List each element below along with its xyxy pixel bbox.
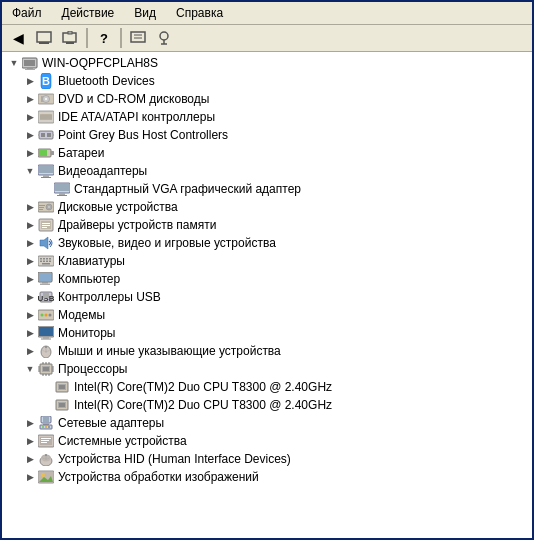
svg-point-107 <box>42 426 44 428</box>
monitor-label: Мониторы <box>56 326 115 340</box>
svg-point-119 <box>45 454 47 456</box>
pointgrey-item[interactable]: ▶ Point Grey Bus Host Controllers <box>2 126 532 144</box>
toolbar-btn4[interactable] <box>152 27 176 49</box>
svg-point-19 <box>45 98 47 100</box>
ide-icon <box>38 109 54 125</box>
dvd-label: DVD и CD-ROM дисководы <box>56 92 209 106</box>
battery-expander[interactable]: ▶ <box>22 145 38 161</box>
svg-rect-55 <box>43 258 45 260</box>
svg-rect-0 <box>37 32 51 42</box>
pointgrey-expander[interactable]: ▶ <box>22 127 38 143</box>
toolbar-btn3[interactable] <box>126 27 150 49</box>
svg-rect-54 <box>40 258 42 260</box>
image-expander[interactable]: ▶ <box>22 469 38 485</box>
cpu1-item[interactable]: ▶ Intel(R) Core(TM)2 Duo CPU T8300 @ 2.4… <box>2 378 532 396</box>
svg-rect-99 <box>59 385 65 389</box>
system-expander[interactable]: ▶ <box>22 433 38 449</box>
cpu2-item[interactable]: ▶ Intel(R) Core(TM)2 Duo CPU T8300 @ 2.4… <box>2 396 532 414</box>
processors-icon <box>38 361 54 377</box>
video-item[interactable]: ▼ Видеоадаптеры <box>2 162 532 180</box>
drivers-expander[interactable]: ▶ <box>22 217 38 233</box>
svg-rect-38 <box>55 184 69 191</box>
bluetooth-item[interactable]: ▶ B Bluetooth Devices <box>2 72 532 90</box>
usb-expander[interactable]: ▶ <box>22 289 38 305</box>
toolbar-btn2[interactable] <box>58 27 82 49</box>
vga-item[interactable]: ▶ Стандартный VGA графический адаптер <box>2 180 532 198</box>
video-label: Видеоадаптеры <box>56 164 147 178</box>
toolbar-help[interactable]: ? <box>92 27 116 49</box>
svg-rect-22 <box>40 114 52 120</box>
bluetooth-expander[interactable]: ▶ <box>22 73 38 89</box>
sound-label: Звуковые, видео и игровые устройства <box>56 236 276 250</box>
svg-rect-84 <box>43 367 49 371</box>
modem-item[interactable]: ▶ Модемы <box>2 306 532 324</box>
system-item[interactable]: ▶ Системные устройства <box>2 432 532 450</box>
processors-expander[interactable]: ▼ <box>22 361 38 377</box>
root-expander[interactable]: ▼ <box>6 55 22 71</box>
svg-rect-31 <box>51 151 54 155</box>
modem-icon <box>38 307 54 323</box>
image-item[interactable]: ▶ Устройства обработки изображений <box>2 468 532 486</box>
ide-expander[interactable]: ▶ <box>22 109 38 125</box>
computer-label: Компьютер <box>56 272 120 286</box>
image-label: Устройства обработки изображений <box>56 470 259 484</box>
usb-item[interactable]: ▶ USB Контроллеры USB <box>2 288 532 306</box>
menu-action[interactable]: Действие <box>56 4 121 22</box>
modem-label: Модемы <box>56 308 105 322</box>
dvd-expander[interactable]: ▶ <box>22 91 38 107</box>
svg-rect-77 <box>41 339 51 340</box>
keyboard-item[interactable]: ▶ Клавиатуры <box>2 252 532 270</box>
svg-rect-34 <box>39 166 53 173</box>
ide-label: IDE ATA/ATAPI контроллеры <box>56 110 215 124</box>
toolbar-btn1[interactable] <box>32 27 56 49</box>
toolbar: ◀ ? <box>2 25 532 52</box>
computer-item[interactable]: ▶ Компьютер <box>2 270 532 288</box>
svg-rect-1 <box>39 42 49 44</box>
battery-icon <box>38 145 54 161</box>
svg-rect-29 <box>52 134 54 136</box>
network-item[interactable]: ▶ Сетевые адаптеры <box>2 414 532 432</box>
computer-expander[interactable]: ▶ <box>22 271 38 287</box>
svg-rect-104 <box>43 417 49 422</box>
svg-rect-66 <box>40 284 50 286</box>
ide-item[interactable]: ▶ IDE ATA/ATAPI контроллеры <box>2 108 532 126</box>
network-expander[interactable]: ▶ <box>22 415 38 431</box>
drivers-item[interactable]: ▶ Драйверы устройств памяти <box>2 216 532 234</box>
root-item[interactable]: ▼ WIN-OQPFCPLAH8S <box>2 54 532 72</box>
svg-rect-39 <box>59 193 65 195</box>
mouse-item[interactable]: ▶ Мыши и иные указывающие устройства <box>2 342 532 360</box>
image-icon <box>38 469 54 485</box>
toolbar-separator2 <box>120 28 122 48</box>
svg-rect-26 <box>41 133 45 137</box>
disk-expander[interactable]: ▶ <box>22 199 38 215</box>
mouse-label: Мыши и иные указывающие устройства <box>56 344 281 358</box>
dvd-item[interactable]: ▶ DVD и CD-ROM дисководы <box>2 90 532 108</box>
toolbar-back[interactable]: ◀ <box>6 27 30 49</box>
svg-point-71 <box>41 314 44 317</box>
mouse-expander[interactable]: ▶ <box>22 343 38 359</box>
menu-help[interactable]: Справка <box>170 4 229 22</box>
monitor-item[interactable]: ▶ Мониторы <box>2 324 532 342</box>
svg-rect-58 <box>40 261 42 263</box>
svg-rect-61 <box>49 261 51 263</box>
menu-view[interactable]: Вид <box>128 4 162 22</box>
sound-expander[interactable]: ▶ <box>22 235 38 251</box>
battery-label: Батареи <box>56 146 104 160</box>
vga-icon <box>54 181 70 197</box>
disk-item[interactable]: ▶ Дисковые устройства <box>2 198 532 216</box>
svg-rect-69 <box>43 293 49 298</box>
sound-item[interactable]: ▶ Звуковые, видео и игровые устройства <box>2 234 532 252</box>
video-icon <box>38 163 54 179</box>
video-expander[interactable]: ▼ <box>22 163 38 179</box>
svg-rect-113 <box>41 440 49 441</box>
menu-file[interactable]: Файл <box>6 4 48 22</box>
processors-item[interactable]: ▼ <box>2 360 532 378</box>
svg-rect-112 <box>41 438 51 439</box>
hid-expander[interactable]: ▶ <box>22 451 38 467</box>
battery-item[interactable]: ▶ Батареи <box>2 144 532 162</box>
modem-expander[interactable]: ▶ <box>22 307 38 323</box>
hid-item[interactable]: ▶ Устройства HID (Human Interface Device… <box>2 450 532 468</box>
monitor-expander[interactable]: ▶ <box>22 325 38 341</box>
keyboard-expander[interactable]: ▶ <box>22 253 38 269</box>
bluetooth-icon: B <box>38 73 54 89</box>
